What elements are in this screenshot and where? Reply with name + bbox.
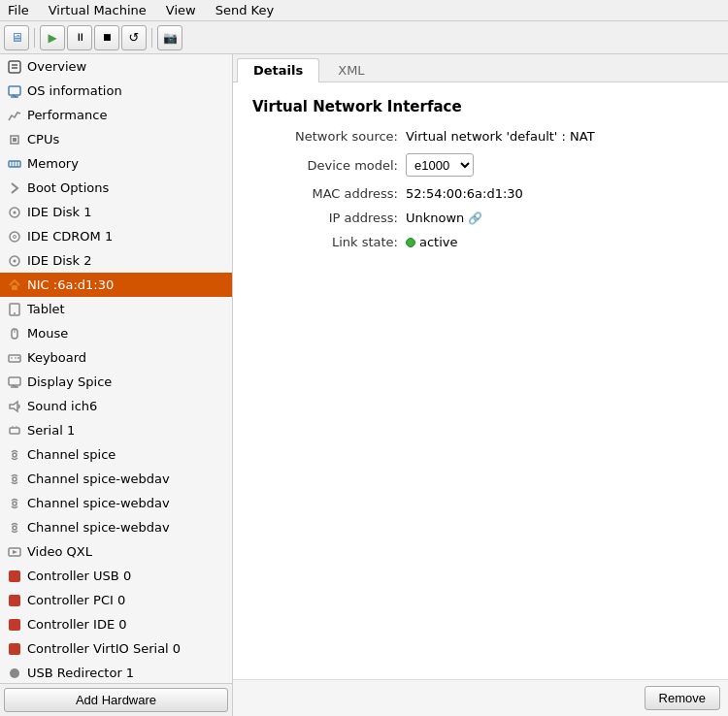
controller-usb-0-icon <box>6 569 23 584</box>
detail-row-link-state: Link state: active <box>252 235 709 249</box>
channel-spice-webdav-3-label: Channel spice-webdav <box>27 520 170 535</box>
sidebar-item-controller-pci-0[interactable]: Controller PCI 0 <box>0 588 232 612</box>
serial-1-label: Serial 1 <box>27 423 75 438</box>
svg-point-13 <box>14 211 17 213</box>
sidebar-item-sound-ich6[interactable]: Sound ich6 <box>0 394 232 418</box>
sidebar-item-serial-1[interactable]: Serial 1 <box>0 418 232 442</box>
screenshot-button[interactable]: 📷 <box>157 25 182 50</box>
svg-rect-40 <box>9 570 20 582</box>
sidebar-item-video-qxl[interactable]: Video QXL <box>0 539 232 564</box>
bottom-bar: Remove <box>233 679 728 716</box>
nic-icon <box>6 277 23 293</box>
overview-icon <box>6 59 23 75</box>
sidebar-item-controller-usb-0[interactable]: Controller USB 0 <box>0 564 232 588</box>
sidebar-item-overview[interactable]: Overview <box>0 54 232 79</box>
sidebar-item-memory[interactable]: Memory <box>0 151 232 176</box>
memory-label: Memory <box>27 156 79 171</box>
svg-rect-43 <box>9 643 20 655</box>
sidebar-item-usb-redirector-1[interactable]: USB Redirector 1 <box>0 661 232 683</box>
add-hardware-button[interactable]: Add Hardware <box>4 688 228 712</box>
cpus-icon <box>6 132 23 147</box>
sidebar-item-controller-virtio[interactable]: Controller VirtIO Serial 0 <box>0 636 232 661</box>
device-model-select[interactable]: e1000 virtio rtl8139 <box>406 153 474 177</box>
label-ip: IP address: <box>252 211 398 225</box>
menu-file[interactable]: File <box>4 2 33 18</box>
reset-button[interactable]: ↺ <box>121 25 147 50</box>
sidebar-item-boot-options[interactable]: Boot Options <box>0 176 232 200</box>
channel-spice-label: Channel spice <box>27 447 116 462</box>
svg-point-35 <box>13 477 17 481</box>
ide-cdrom-1-label: IDE CDROM 1 <box>27 229 113 244</box>
svg-rect-3 <box>9 86 20 95</box>
svg-marker-30 <box>10 402 17 411</box>
sidebar-item-tablet[interactable]: Tablet <box>0 297 232 321</box>
sidebar-item-channel-spice-webdav-1[interactable]: Channel spice-webdav <box>0 467 232 491</box>
remove-button[interactable]: Remove <box>645 686 720 710</box>
tab-details[interactable]: Details <box>237 58 319 82</box>
ip-link-icon[interactable]: 🔗 <box>468 212 482 225</box>
sidebar-footer: Add Hardware <box>0 683 232 716</box>
stop-icon: ⏹ <box>102 31 113 44</box>
menu-view[interactable]: View <box>162 2 200 18</box>
ip-group: Unknown 🔗 <box>406 211 482 225</box>
controller-ide-0-label: Controller IDE 0 <box>27 617 127 632</box>
tabs-bar: DetailsXML <box>233 54 728 82</box>
link-state-dot <box>406 238 415 247</box>
sidebar-item-cpus[interactable]: CPUs <box>0 127 232 151</box>
video-qxl-icon <box>6 544 23 560</box>
sidebar-item-channel-spice[interactable]: Channel spice <box>0 442 232 467</box>
svg-marker-39 <box>13 550 17 554</box>
run-button[interactable]: ▶ <box>40 25 65 50</box>
sound-ich6-label: Sound ich6 <box>27 399 97 413</box>
value-ip: Unknown <box>406 211 464 225</box>
sidebar-item-ide-disk-2[interactable]: IDE Disk 2 <box>0 248 232 273</box>
vm-image-icon: 🖥 <box>11 30 23 45</box>
vm-image-button[interactable]: 🖥 <box>4 25 29 50</box>
controller-ide-0-icon <box>6 617 23 633</box>
ide-disk-2-label: IDE Disk 2 <box>27 253 92 268</box>
ide-disk-2-icon <box>6 253 23 269</box>
sidebar: OverviewOS informationPerformanceCPUsMem… <box>0 54 233 716</box>
sound-ich6-icon <box>6 399 23 414</box>
label-mac: MAC address: <box>252 186 398 201</box>
content-area: DetailsXML Virtual Network Interface Net… <box>233 54 728 716</box>
detail-row-network-source: Network source: Virtual network 'default… <box>252 129 709 144</box>
label-link-state: Link state: <box>252 235 398 249</box>
svg-point-36 <box>13 502 17 505</box>
controller-virtio-icon <box>6 641 23 657</box>
channel-spice-webdav-1-icon <box>6 472 23 487</box>
stop-button[interactable]: ⏹ <box>94 25 119 50</box>
menu-send-key[interactable]: Send Key <box>212 2 278 18</box>
tablet-label: Tablet <box>27 302 65 316</box>
menu-virtual-machine[interactable]: Virtual Machine <box>45 2 150 18</box>
sidebar-item-keyboard[interactable]: Keyboard <box>0 345 232 370</box>
pause-icon: ⏸ <box>75 31 85 44</box>
tab-xml[interactable]: XML <box>321 58 381 81</box>
sidebar-item-mouse[interactable]: Mouse <box>0 321 232 345</box>
pause-button[interactable]: ⏸ <box>67 25 92 50</box>
svg-rect-41 <box>9 595 20 606</box>
channel-spice-webdav-2-label: Channel spice-webdav <box>27 496 170 510</box>
sidebar-item-channel-spice-webdav-2[interactable]: Channel spice-webdav <box>0 491 232 515</box>
toolbar-sep-2 <box>151 28 152 48</box>
sidebar-item-display-spice[interactable]: Display Spice <box>0 370 232 394</box>
sidebar-item-nic[interactable]: NIC :6a:d1:30 <box>0 273 232 297</box>
sidebar-item-os-info[interactable]: OS information <box>0 79 232 103</box>
channel-spice-webdav-1-label: Channel spice-webdav <box>27 472 170 486</box>
overview-label: Overview <box>27 59 86 74</box>
sidebar-item-controller-ide-0[interactable]: Controller IDE 0 <box>0 612 232 636</box>
memory-icon <box>6 156 23 172</box>
sidebar-item-channel-spice-webdav-3[interactable]: Channel spice-webdav <box>0 515 232 539</box>
sidebar-item-ide-cdrom-1[interactable]: IDE CDROM 1 <box>0 224 232 248</box>
usb-redirector-1-icon <box>6 666 23 681</box>
link-state-indicator: active <box>406 235 458 249</box>
toolbar-sep-1 <box>34 28 35 48</box>
tablet-icon <box>6 302 23 317</box>
sidebar-item-performance[interactable]: Performance <box>0 103 232 127</box>
label-device-model: Device model: <box>252 158 398 173</box>
controller-usb-0-label: Controller USB 0 <box>27 569 131 583</box>
sidebar-item-ide-disk-1[interactable]: IDE Disk 1 <box>0 200 232 224</box>
controller-virtio-label: Controller VirtIO Serial 0 <box>27 641 181 656</box>
svg-point-15 <box>14 235 17 238</box>
cpus-label: CPUs <box>27 132 59 146</box>
